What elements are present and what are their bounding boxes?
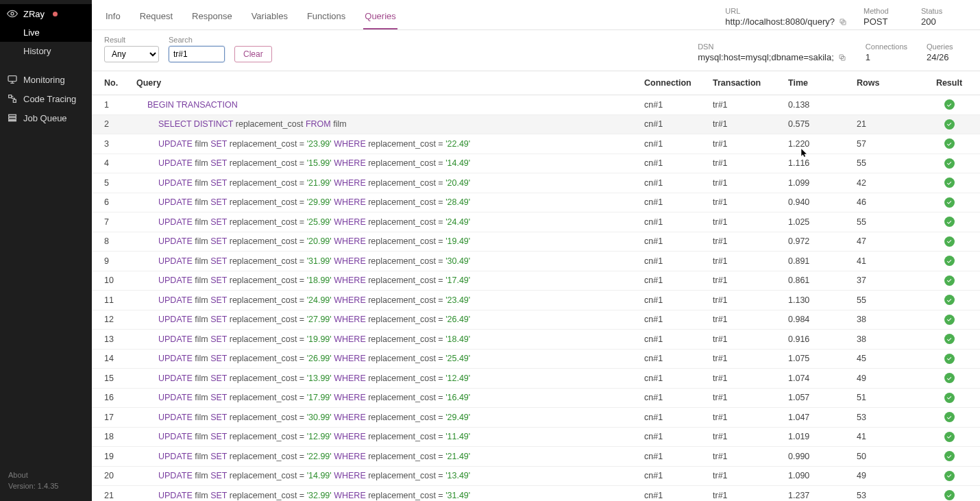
table-row[interactable]: 8UPDATE film SET replacement_cost = '20.… — [92, 232, 980, 252]
cell-tx: tr#1 — [706, 427, 781, 447]
cell-query: UPDATE film SET replacement_cost = '14.9… — [130, 466, 637, 486]
cell-conn: cn#1 — [637, 232, 706, 252]
table-row[interactable]: 10UPDATE film SET replacement_cost = '18… — [92, 271, 980, 291]
sidebar-item-label: History — [23, 46, 51, 56]
success-icon — [944, 138, 955, 149]
cell-rows: 49 — [850, 466, 918, 486]
table-row[interactable]: 16UPDATE film SET replacement_cost = '17… — [92, 388, 980, 408]
cell-no: 6 — [92, 193, 130, 212]
cell-tx: tr#1 — [706, 466, 781, 486]
cell-time: 0.940 — [781, 193, 850, 212]
table-row[interactable]: 15UPDATE film SET replacement_cost = '13… — [92, 369, 980, 389]
cell-conn: cn#1 — [637, 408, 706, 428]
cell-result — [918, 232, 980, 252]
tab-queries[interactable]: Queries — [363, 5, 397, 29]
copy-icon[interactable] — [838, 53, 846, 62]
table-row[interactable]: 2SELECT DISTINCT replacement_cost FROM f… — [92, 114, 980, 134]
meta-label: DSN — [698, 42, 846, 51]
col-header-result[interactable]: Result — [918, 71, 980, 95]
col-header-no[interactable]: No. — [92, 71, 130, 95]
recording-dot-icon — [53, 12, 58, 16]
cell-tx: tr#1 — [706, 114, 781, 134]
cell-conn: cn#1 — [637, 193, 706, 212]
queries-table-wrap[interactable]: No. Query Connection Transaction Time Ro… — [92, 71, 980, 501]
cell-rows: 49 — [850, 369, 918, 389]
cell-no: 20 — [92, 466, 130, 486]
cell-time: 1.099 — [781, 173, 850, 193]
cell-time: 1.057 — [781, 388, 850, 408]
col-header-conn[interactable]: Connection — [637, 71, 706, 95]
cell-result — [918, 173, 980, 193]
sidebar-item-history[interactable]: History — [0, 42, 92, 60]
table-row[interactable]: 7UPDATE film SET replacement_cost = '25.… — [92, 212, 980, 232]
cell-result — [918, 193, 980, 212]
table-row[interactable]: 12UPDATE film SET replacement_cost = '27… — [92, 310, 980, 330]
table-row[interactable]: 13UPDATE film SET replacement_cost = '19… — [92, 330, 980, 350]
method-value: POST — [863, 16, 905, 27]
cell-time: 1.074 — [781, 369, 850, 389]
meta-label: Method — [863, 7, 905, 15]
cell-result — [918, 330, 980, 350]
col-header-rows[interactable]: Rows — [850, 71, 918, 95]
cell-time: 0.138 — [781, 95, 850, 115]
tab-request[interactable]: Request — [138, 5, 174, 29]
table-row[interactable]: 3UPDATE film SET replacement_cost = '23.… — [92, 134, 980, 154]
cell-no: 10 — [92, 271, 130, 291]
cell-result — [918, 252, 980, 271]
cell-query: UPDATE film SET replacement_cost = '13.9… — [130, 369, 637, 389]
cell-tx: tr#1 — [706, 212, 781, 232]
tab-response[interactable]: Response — [191, 5, 234, 29]
table-row[interactable]: 9UPDATE film SET replacement_cost = '31.… — [92, 252, 980, 271]
cell-rows: 57 — [850, 134, 918, 154]
sidebar-item-live[interactable]: Live — [0, 23, 92, 42]
sidebar-item-monitoring[interactable]: Monitoring — [0, 70, 92, 89]
about-link[interactable]: About — [8, 470, 84, 480]
cell-query: UPDATE film SET replacement_cost = '31.9… — [130, 252, 637, 271]
cell-time: 1.075 — [781, 349, 850, 369]
cell-tx: tr#1 — [706, 252, 781, 271]
result-filter-select[interactable]: Any — [104, 46, 159, 62]
tab-variables[interactable]: Variables — [250, 5, 289, 29]
cell-rows: 37 — [850, 271, 918, 291]
table-row[interactable]: 1BEGIN TRANSACTIONcn#1tr#10.138 — [92, 95, 980, 115]
cell-time: 1.047 — [781, 408, 850, 428]
sidebar-item-jobqueue[interactable]: Job Queue — [0, 108, 92, 127]
table-row[interactable]: 18UPDATE film SET replacement_cost = '12… — [92, 427, 980, 447]
meta-label: Queries — [927, 42, 968, 51]
cell-query: UPDATE film SET replacement_cost = '20.9… — [130, 232, 637, 252]
col-header-time[interactable]: Time — [781, 71, 850, 95]
meta-connections: Connections 1 — [866, 42, 907, 62]
tabs-row: InfoRequestResponseVariablesFunctionsQue… — [92, 0, 980, 30]
tab-functions[interactable]: Functions — [306, 5, 347, 29]
cell-result — [918, 408, 980, 428]
cell-query: UPDATE film SET replacement_cost = '23.9… — [130, 134, 637, 154]
cell-time: 0.891 — [781, 252, 850, 271]
meta-url: URL http://localhost:8080/query? — [725, 7, 847, 27]
col-header-query[interactable]: Query — [130, 71, 637, 95]
cell-rows: 41 — [850, 427, 918, 447]
table-row[interactable]: 17UPDATE film SET replacement_cost = '30… — [92, 408, 980, 428]
sidebar-item-tracing[interactable]: Code Tracing — [0, 89, 92, 108]
success-icon — [944, 119, 955, 130]
success-icon — [944, 158, 955, 169]
table-row[interactable]: 14UPDATE film SET replacement_cost = '26… — [92, 349, 980, 369]
table-row[interactable]: 11UPDATE film SET replacement_cost = '24… — [92, 291, 980, 310]
table-row[interactable]: 20UPDATE film SET replacement_cost = '14… — [92, 466, 980, 486]
col-header-tx[interactable]: Transaction — [706, 71, 781, 95]
sidebar-brand[interactable]: ZRay — [0, 4, 92, 23]
cell-rows: 46 — [850, 193, 918, 212]
cell-conn: cn#1 — [637, 427, 706, 447]
cell-conn: cn#1 — [637, 369, 706, 389]
tab-info[interactable]: Info — [104, 5, 122, 29]
trace-icon — [7, 93, 18, 104]
search-label: Search — [169, 36, 225, 44]
table-row[interactable]: 6UPDATE film SET replacement_cost = '29.… — [92, 193, 980, 212]
table-row[interactable]: 21UPDATE film SET replacement_cost = '32… — [92, 486, 980, 502]
copy-icon[interactable] — [839, 18, 847, 26]
table-row[interactable]: 5UPDATE film SET replacement_cost = '21.… — [92, 173, 980, 193]
cell-no: 9 — [92, 252, 130, 271]
search-input[interactable] — [169, 46, 225, 62]
table-row[interactable]: 4UPDATE film SET replacement_cost = '15.… — [92, 154, 980, 173]
clear-button[interactable]: Clear — [234, 46, 272, 62]
table-row[interactable]: 19UPDATE film SET replacement_cost = '22… — [92, 447, 980, 467]
